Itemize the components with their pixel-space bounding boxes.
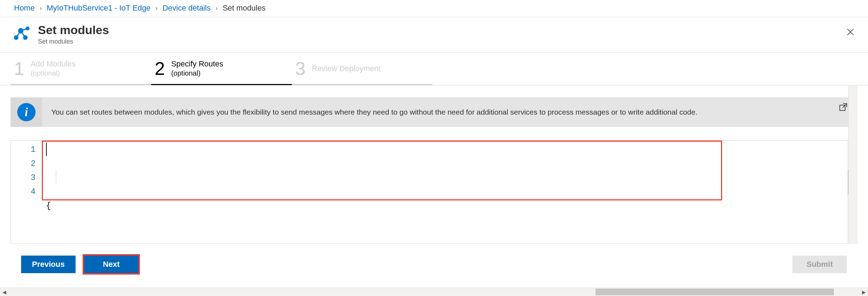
step-number: 1 — [14, 59, 24, 78]
page-horizontal-scrollbar[interactable]: ◀ ▶ — [0, 288, 868, 296]
close-icon — [846, 27, 855, 37]
step-number: 3 — [295, 59, 306, 78]
info-text: You can set routes between modules, whic… — [42, 97, 831, 127]
page-title: Set modules — [38, 24, 109, 37]
step-subtitle: (optional) — [171, 69, 223, 78]
close-button[interactable] — [843, 25, 857, 39]
stepper: 1 Add Modules (optional) 2 Specify Route… — [0, 53, 868, 85]
page-header: Set modules Set modules — [0, 17, 868, 53]
step-subtitle: (optional) — [31, 69, 76, 78]
routes-editor[interactable]: 1 2 3 4 { "routes": { "route": "FROM /* … — [11, 140, 855, 244]
step-title: Review Deployment — [312, 64, 381, 73]
previous-button[interactable]: Previous — [21, 256, 76, 273]
line-number: 2 — [11, 157, 36, 171]
editor-gutter: 1 2 3 4 — [11, 141, 43, 244]
indent-guide — [56, 170, 56, 185]
chevron-right-icon: › — [155, 5, 157, 12]
content-vertical-scrollbar[interactable] — [848, 85, 857, 243]
submit-button[interactable]: Submit — [792, 256, 847, 273]
line-number: 1 — [11, 143, 36, 157]
chevron-right-icon: › — [216, 5, 218, 12]
breadcrumb: Home › MyIoTHubService1 - IoT Edge › Dev… — [0, 0, 868, 17]
content-area: i You can set routes between modules, wh… — [0, 85, 868, 285]
scroll-left-arrow-icon[interactable]: ◀ — [0, 289, 8, 295]
breadcrumb-device-details[interactable]: Device details — [162, 4, 211, 13]
svg-point-4 — [14, 35, 19, 40]
chevron-right-icon: › — [40, 5, 42, 12]
step-title: Specify Routes — [171, 59, 223, 69]
info-banner: i You can set routes between modules, wh… — [11, 97, 855, 127]
step-review-deployment[interactable]: 3 Review Deployment — [292, 53, 432, 85]
step-specify-routes[interactable]: 2 Specify Routes (optional) — [151, 53, 292, 85]
line-number: 3 — [11, 171, 36, 185]
svg-line-10 — [843, 103, 847, 108]
step-title: Add Modules — [31, 59, 76, 69]
breadcrumb-current: Set modules — [223, 4, 265, 13]
step-number: 2 — [155, 59, 165, 78]
svg-point-6 — [26, 26, 30, 30]
external-link-icon — [838, 102, 848, 112]
page-subtitle: Set modules — [38, 38, 109, 45]
scrollbar-thumb[interactable] — [596, 289, 834, 295]
editor-code[interactable]: { "routes": { "route": "FROM /* WHERE to… — [43, 141, 855, 244]
scrollbar-track[interactable] — [8, 288, 860, 296]
info-icon: i — [17, 103, 36, 121]
wizard-footer: Previous Next Submit — [11, 244, 857, 285]
svg-point-3 — [18, 28, 23, 33]
breadcrumb-home[interactable]: Home — [14, 4, 35, 13]
info-icon-cell: i — [11, 97, 42, 127]
set-modules-icon — [11, 24, 31, 44]
inner-scroll-region[interactable]: i You can set routes between modules, wh… — [11, 85, 857, 244]
breadcrumb-hub[interactable]: MyIoTHubService1 - IoT Edge — [47, 4, 151, 13]
next-button[interactable]: Next — [84, 256, 139, 273]
info-external-link[interactable] — [838, 102, 848, 114]
step-add-modules[interactable]: 1 Add Modules (optional) — [11, 53, 151, 85]
line-number: 4 — [11, 185, 36, 199]
svg-point-5 — [23, 35, 28, 40]
editor-cursor — [46, 143, 47, 156]
code-token: { — [46, 201, 51, 211]
scroll-right-arrow-icon[interactable]: ▶ — [860, 289, 868, 295]
